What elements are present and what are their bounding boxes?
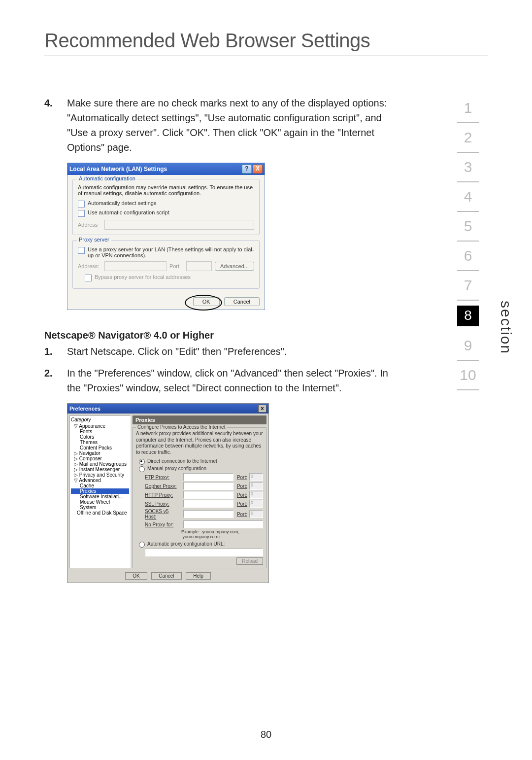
section-nav-item-3[interactable]: 3 <box>457 153 479 182</box>
section-nav-item-9[interactable]: 9 <box>457 331 479 361</box>
row-http: HTTP Proxy: Port: 0 <box>145 491 263 499</box>
socks-label: SOCKS v5 Host: <box>145 509 181 519</box>
section-nav-item-6[interactable]: 6 <box>457 242 479 271</box>
checkbox-auto-detect[interactable]: Automatically detect settings <box>78 200 254 207</box>
tree-composer[interactable]: ▷ Composer <box>71 456 129 461</box>
advanced-button[interactable]: Advanced... <box>215 262 254 271</box>
pref-ok-button[interactable]: OK <box>125 572 147 580</box>
section-nav-item-2[interactable]: 2 <box>457 123 479 153</box>
section-nav-item-7[interactable]: 7 <box>457 271 479 301</box>
proxy-legend: Proxy server <box>77 237 111 242</box>
address-input[interactable] <box>104 220 254 230</box>
noproxy-input[interactable] <box>183 520 263 528</box>
section-nav-item-10[interactable]: 10 <box>457 361 479 390</box>
pref-help-button[interactable]: Help <box>186 572 211 580</box>
tree-colors[interactable]: Colors <box>71 434 129 440</box>
cancel-button[interactable]: Cancel <box>224 297 260 306</box>
tree-privacy[interactable]: ▷ Privacy and Security <box>71 472 129 478</box>
netscape-step-2: 2. In the "Preferences" window, click on… <box>44 366 389 395</box>
lan-settings-dialog: Local Area Network (LAN) Settings ? X Au… <box>67 163 265 310</box>
tree-system[interactable]: System <box>71 505 129 510</box>
auto-config-legend: Automatic configuration <box>77 175 137 181</box>
help-icon[interactable]: ? <box>242 165 252 173</box>
tree-fonts[interactable]: Fonts <box>71 429 129 434</box>
radio-auto-url[interactable]: Automatic proxy configuration URL: <box>139 541 263 548</box>
preferences-dialog: Preferences x Category ▽ Appearance Font… <box>67 403 269 583</box>
proxy-port-input[interactable] <box>186 261 212 271</box>
netscape-step-2-number: 2. <box>44 366 67 395</box>
proxy-port-label: Port: <box>169 263 183 269</box>
checkbox-icon <box>78 247 85 254</box>
section-nav-item-8[interactable]: 8 <box>457 306 479 326</box>
gopher-port-input[interactable]: 0 <box>249 482 263 490</box>
checkbox-icon <box>85 275 92 281</box>
tree-proxies[interactable]: Proxies <box>71 488 129 494</box>
ftp-port-input[interactable]: 0 <box>249 473 263 481</box>
checkbox-auto-script[interactable]: Use automatic configuration script <box>78 209 254 217</box>
ssl-port-input[interactable]: 0 <box>249 500 263 508</box>
category-label: Category <box>71 417 129 422</box>
row-ssl: SSL Proxy: Port: 0 <box>145 500 263 508</box>
checkbox-bypass[interactable]: Bypass proxy server for local addresses <box>85 274 254 281</box>
port-label: Port: <box>235 501 247 507</box>
configure-proxies-group: Configure Proxies to Access the Internet… <box>133 427 266 568</box>
pref-cancel-button[interactable]: Cancel <box>151 572 181 580</box>
radio-direct[interactable]: Direct connection to the Internet <box>139 458 263 465</box>
fieldset-legend: Configure Proxies to Access the Internet <box>136 424 227 430</box>
gopher-label: Gopher Proxy: <box>145 484 181 489</box>
checkbox-bypass-label: Bypass proxy server for local addresses <box>95 274 191 280</box>
tree-offline[interactable]: Offline and Disk Space <box>71 510 129 516</box>
netscape-step-1-text: Start Netscape. Click on "Edit" then "Pr… <box>67 344 389 359</box>
step-4-number: 4. <box>44 96 67 155</box>
noproxy-label: No Proxy for: <box>145 522 181 527</box>
fieldset-desc: A network proxy provides additional secu… <box>136 431 263 455</box>
netscape-heading: Netscape® Navigator® 4.0 or Higher <box>44 330 389 341</box>
tree-themes[interactable]: Themes <box>71 440 129 445</box>
checkbox-use-proxy-label: Use a proxy server for your LAN (These s… <box>88 246 254 258</box>
lan-title: Local Area Network (LAN) Settings <box>69 166 241 173</box>
close-icon[interactable]: x <box>258 405 266 413</box>
radio-direct-label: Direct connection to the Internet <box>147 458 217 464</box>
tree-advanced[interactable]: ▽ Advanced <box>71 478 129 483</box>
http-label: HTTP Proxy: <box>145 492 181 498</box>
row-ftp: FTP Proxy: Port: 0 <box>145 473 263 481</box>
close-icon[interactable]: X <box>253 165 263 173</box>
tree-cache[interactable]: Cache <box>71 483 129 488</box>
proxy-address-label: Address: <box>78 263 101 269</box>
ok-button[interactable]: OK <box>193 297 220 306</box>
reload-button[interactable]: Reload <box>236 557 263 565</box>
tree-mouse-wheel[interactable]: Mouse Wheel <box>71 499 129 505</box>
port-label: Port: <box>235 484 247 489</box>
auto-url-input[interactable] <box>145 549 263 556</box>
tree-appearance[interactable]: ▽ Appearance <box>71 423 129 429</box>
section-nav-item-5[interactable]: 5 <box>457 212 479 242</box>
socks-input[interactable] <box>183 510 233 518</box>
tree-instant-messenger[interactable]: ▷ Instant Messenger <box>71 467 129 472</box>
tree-content-packs[interactable]: Content Packs <box>71 445 129 450</box>
tree-mail[interactable]: ▷ Mail and Newsgroups <box>71 461 129 467</box>
ftp-input[interactable] <box>183 473 233 481</box>
gopher-input[interactable] <box>183 482 233 490</box>
checkbox-icon <box>78 201 85 207</box>
proxies-pane: Proxies Configure Proxies to Access the … <box>133 415 266 568</box>
row-noproxy: No Proxy for: <box>145 520 263 528</box>
category-tree[interactable]: Category ▽ Appearance Fonts Colors Theme… <box>69 415 131 568</box>
http-input[interactable] <box>183 491 233 499</box>
ssl-input[interactable] <box>183 500 233 508</box>
checkbox-use-proxy[interactable]: Use a proxy server for your LAN (These s… <box>78 246 254 258</box>
lan-titlebar: Local Area Network (LAN) Settings ? X <box>67 163 265 175</box>
pref-title: Preferences <box>69 406 258 412</box>
section-nav-item-4[interactable]: 4 <box>457 182 479 212</box>
socks-port-input[interactable]: 0 <box>249 510 263 518</box>
radio-icon <box>139 542 145 548</box>
section-nav-item-1[interactable]: 1 <box>457 94 479 123</box>
ftp-label: FTP Proxy: <box>145 475 181 480</box>
proxy-address-input[interactable] <box>104 261 166 271</box>
http-port-input[interactable]: 0 <box>249 491 263 499</box>
tree-software[interactable]: Software Installati... <box>71 494 129 499</box>
title-rule <box>44 56 488 56</box>
tree-navigator[interactable]: ▷ Navigator <box>71 450 129 456</box>
radio-manual[interactable]: Manual proxy configuration <box>139 466 263 472</box>
auto-config-desc: Automatic configuration may override man… <box>78 184 254 196</box>
automatic-configuration-group: Automatic configuration Automatic config… <box>72 179 260 235</box>
